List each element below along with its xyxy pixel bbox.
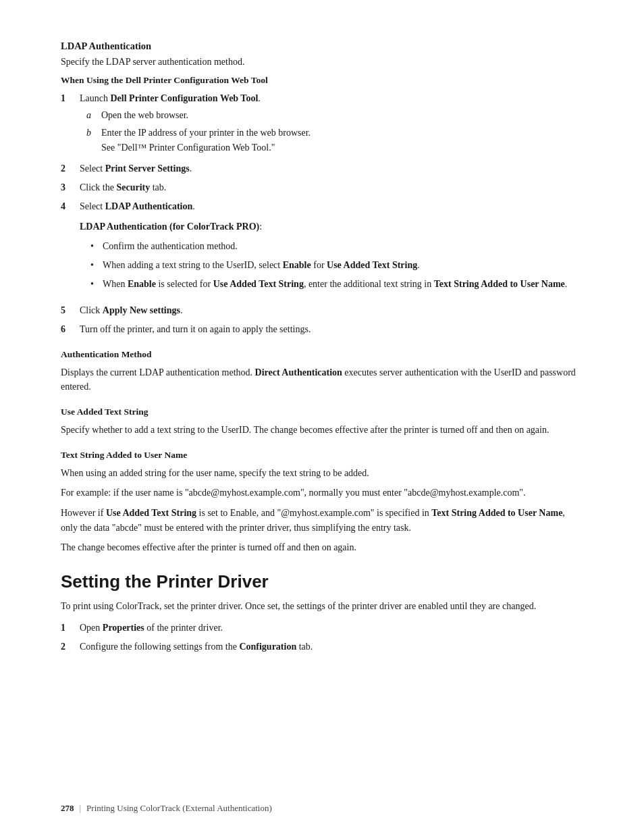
text-string-heading: Text String Added to User Name bbox=[61, 450, 583, 461]
setting-printer-driver-heading: Setting the Printer Driver bbox=[61, 571, 583, 592]
footer-page-number: 278 bbox=[61, 803, 74, 814]
step-6-content: Turn off the printer, and turn it on aga… bbox=[80, 322, 583, 337]
bullet-3-symbol: • bbox=[90, 277, 103, 292]
bullet-2-symbol: • bbox=[90, 258, 103, 273]
printer-step-1-content: Open Properties of the printer driver. bbox=[80, 621, 583, 635]
step-5-content: Click Apply New settings. bbox=[80, 303, 583, 318]
step-5: 5 Click Apply New settings. bbox=[61, 303, 583, 318]
step-4: 4 Select LDAP Authentication. LDAP Authe… bbox=[61, 199, 583, 296]
step-2: 2 Select Print Server Settings. bbox=[61, 161, 583, 176]
page-footer: 278 | Printing Using ColorTrack (Externa… bbox=[0, 803, 644, 814]
para3-mid: is set to Enable, and "@myhost.example.c… bbox=[196, 508, 431, 518]
para3-bold2: Text String Added to User Name bbox=[431, 508, 562, 518]
step-3-bold: Security bbox=[116, 182, 150, 192]
text-string-para2: For example: if the user name is "abcde@… bbox=[61, 486, 583, 500]
step-2-bold: Print Server Settings bbox=[105, 163, 190, 174]
para3-bold1: Use Added Text String bbox=[106, 508, 196, 518]
auth-method-before: Displays the current LDAP authentication… bbox=[61, 367, 255, 377]
step-6-num: 6 bbox=[61, 322, 80, 337]
printer-step-2-bold: Configuration bbox=[239, 642, 296, 652]
step-1-num: 1 bbox=[61, 91, 80, 158]
printer-driver-steps-list: 1 Open Properties of the printer driver.… bbox=[61, 621, 583, 654]
text-string-para4: The change becomes effective after the p… bbox=[61, 540, 583, 555]
step-4-content: Select LDAP Authentication. LDAP Authent… bbox=[80, 199, 583, 296]
substep-1b-text: Enter the IP address of your printer in … bbox=[101, 126, 311, 155]
bullet-3-text: When Enable is selected for Use Added Te… bbox=[103, 277, 567, 292]
footer-description: Printing Using ColorTrack (External Auth… bbox=[86, 803, 272, 814]
step-2-num: 2 bbox=[61, 161, 80, 176]
step-5-bold: Apply New settings bbox=[103, 305, 180, 315]
substep-1a-text: Open the web browser. bbox=[101, 108, 188, 123]
step-4-num: 4 bbox=[61, 199, 80, 296]
step-5-num: 5 bbox=[61, 303, 80, 318]
printer-step-2: 2 Configure the following settings from … bbox=[61, 640, 583, 654]
printer-step-1-num: 1 bbox=[61, 621, 80, 635]
para3-before: However if bbox=[61, 508, 106, 518]
bullet-3: • When Enable is selected for Use Added … bbox=[90, 277, 583, 292]
auth-method-text: Displays the current LDAP authentication… bbox=[61, 365, 583, 394]
bullet-2-text: When adding a text string to the UserID,… bbox=[103, 258, 420, 273]
ldap-intro: Specify the LDAP server authentication m… bbox=[61, 55, 583, 70]
step-4-bold: LDAP Authentication bbox=[105, 201, 193, 211]
main-steps-list: 1 Launch Dell Printer Configuration Web … bbox=[61, 91, 583, 337]
step-2-content: Select Print Server Settings. bbox=[80, 161, 583, 176]
step-3-num: 3 bbox=[61, 180, 80, 195]
bullet-1: • Confirm the authentication method. bbox=[90, 239, 583, 254]
bullet-2: • When adding a text string to the UserI… bbox=[90, 258, 583, 273]
printer-step-2-content: Configure the following settings from th… bbox=[80, 640, 583, 654]
bullet-1-text: Confirm the authentication method. bbox=[103, 239, 238, 254]
step-3: 3 Click the Security tab. bbox=[61, 180, 583, 195]
use-added-text: Specify whether to add a text string to … bbox=[61, 423, 583, 438]
use-added-heading: Use Added Text String bbox=[61, 407, 583, 417]
ldap-colortrack-heading: LDAP Authentication (for ColorTrack PRO) bbox=[80, 221, 259, 232]
auth-method-bold: Direct Authentication bbox=[255, 367, 342, 377]
step-1-substeps: a Open the web browser. b Enter the IP a… bbox=[86, 108, 583, 155]
substep-1b-letter: b bbox=[86, 126, 101, 155]
step-1-content: Launch Dell Printer Configuration Web To… bbox=[80, 91, 583, 158]
substep-1b-note: See "Dell™ Printer Configuration Web Too… bbox=[101, 142, 275, 153]
step-1-bold: Dell Printer Configuration Web Tool bbox=[110, 93, 258, 103]
setting-printer-driver-intro: To print using ColorTrack, set the print… bbox=[61, 599, 583, 614]
printer-step-2-num: 2 bbox=[61, 640, 80, 654]
substep-1b: b Enter the IP address of your printer i… bbox=[86, 126, 583, 155]
page-content: LDAP Authentication Specify the LDAP ser… bbox=[0, 0, 644, 713]
when-using-heading: When Using the Dell Printer Configuratio… bbox=[61, 75, 583, 86]
text-string-para1: When using an added string for the user … bbox=[61, 466, 583, 481]
footer-separator: | bbox=[80, 803, 82, 814]
step-3-content: Click the Security tab. bbox=[80, 180, 583, 195]
printer-step-1: 1 Open Properties of the printer driver. bbox=[61, 621, 583, 635]
ldap-bullets: • Confirm the authentication method. • W… bbox=[90, 239, 583, 291]
ldap-heading: LDAP Authentication bbox=[61, 41, 583, 52]
step-1: 1 Launch Dell Printer Configuration Web … bbox=[61, 91, 583, 158]
substep-1a-letter: a bbox=[86, 108, 101, 123]
printer-step-1-bold: Properties bbox=[103, 623, 144, 633]
substep-1a: a Open the web browser. bbox=[86, 108, 583, 123]
bullet-1-symbol: • bbox=[90, 239, 103, 254]
step-6: 6 Turn off the printer, and turn it on a… bbox=[61, 322, 583, 337]
text-string-para3: However if Use Added Text String is set … bbox=[61, 506, 583, 535]
auth-method-heading: Authentication Method bbox=[61, 349, 583, 360]
